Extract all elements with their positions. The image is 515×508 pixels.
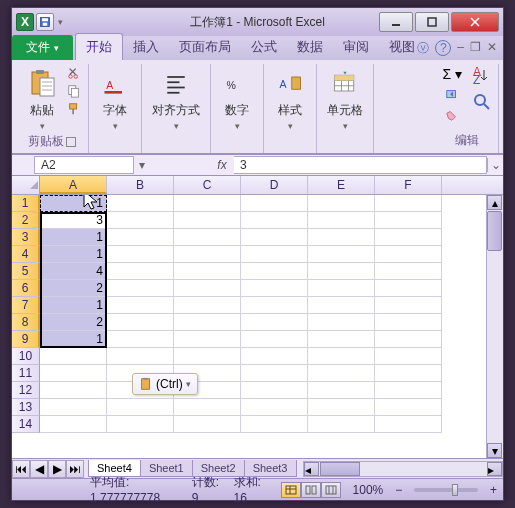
cell[interactable] [375, 365, 442, 382]
clear-icon[interactable] [444, 108, 460, 122]
cell[interactable] [375, 314, 442, 331]
horizontal-scrollbar[interactable]: ◂ ▸ [303, 461, 504, 477]
cell[interactable] [375, 246, 442, 263]
cell[interactable]: 1 [40, 331, 107, 348]
cell[interactable] [40, 382, 107, 399]
row-header[interactable]: 7 [12, 297, 40, 314]
cell[interactable] [308, 416, 375, 433]
alignment-button[interactable]: 对齐方式 ▾ [148, 66, 204, 133]
cell[interactable] [40, 348, 107, 365]
layout-tab[interactable]: 页面布局 [169, 34, 241, 60]
formulas-tab[interactable]: 公式 [241, 34, 287, 60]
find-icon[interactable] [472, 92, 492, 112]
row-header[interactable]: 14 [12, 416, 40, 433]
cell[interactable] [107, 263, 174, 280]
sheet-nav-next[interactable]: ▶ [48, 460, 66, 478]
name-box[interactable]: A2 [34, 156, 134, 174]
cell[interactable]: 4 [40, 263, 107, 280]
col-header-A[interactable]: A [40, 176, 107, 194]
cell[interactable] [308, 195, 375, 212]
cell[interactable] [375, 195, 442, 212]
col-header-C[interactable]: C [174, 176, 241, 194]
cell[interactable] [174, 229, 241, 246]
col-header-F[interactable]: F [375, 176, 442, 194]
page-break-view-button[interactable] [321, 482, 341, 498]
cell[interactable] [107, 416, 174, 433]
review-tab[interactable]: 审阅 [333, 34, 379, 60]
cell[interactable] [375, 280, 442, 297]
cell[interactable] [375, 263, 442, 280]
cell[interactable] [40, 365, 107, 382]
sheet-tab[interactable]: Sheet2 [192, 460, 245, 477]
zoom-in-button[interactable]: + [490, 483, 497, 497]
cell[interactable] [375, 212, 442, 229]
cell[interactable] [174, 399, 241, 416]
cell[interactable]: 1 [40, 229, 107, 246]
autosum-icon[interactable]: Σ ▾ [442, 66, 462, 82]
format-painter-icon[interactable] [66, 102, 82, 116]
cell[interactable] [241, 331, 308, 348]
formula-expand-icon[interactable]: ⌄ [487, 158, 503, 172]
cell[interactable] [174, 314, 241, 331]
doc-restore-icon[interactable]: ❐ [470, 40, 481, 57]
doc-minimize-icon[interactable]: – [457, 40, 464, 57]
cell[interactable] [308, 365, 375, 382]
sheet-nav-prev[interactable]: ◀ [30, 460, 48, 478]
col-header-B[interactable]: B [107, 176, 174, 194]
cell[interactable] [375, 399, 442, 416]
cell[interactable] [241, 348, 308, 365]
paste-options-popup[interactable]: (Ctrl) ▾ [132, 373, 198, 395]
cut-icon[interactable] [66, 66, 82, 80]
row-header[interactable]: 5 [12, 263, 40, 280]
row-header[interactable]: 1 [12, 195, 40, 212]
cell[interactable] [308, 280, 375, 297]
cell[interactable] [308, 348, 375, 365]
cell[interactable] [107, 314, 174, 331]
fill-icon[interactable] [444, 88, 460, 102]
number-button[interactable]: % 数字 ▾ [217, 66, 257, 133]
sheet-tab[interactable]: Sheet1 [140, 460, 193, 477]
cell[interactable] [308, 314, 375, 331]
row-header[interactable]: 8 [12, 314, 40, 331]
cell[interactable] [174, 263, 241, 280]
vertical-scrollbar[interactable]: ▴ ▾ [486, 195, 503, 458]
home-tab[interactable]: 开始 [75, 33, 123, 60]
cell[interactable] [107, 195, 174, 212]
sheet-tab[interactable]: Sheet3 [244, 460, 297, 477]
cell[interactable] [308, 382, 375, 399]
cell[interactable] [174, 348, 241, 365]
cell[interactable] [107, 212, 174, 229]
cell[interactable] [308, 399, 375, 416]
cell[interactable] [40, 416, 107, 433]
data-tab[interactable]: 数据 [287, 34, 333, 60]
row-header[interactable]: 2 [12, 212, 40, 229]
copy-icon[interactable] [66, 84, 82, 98]
cell[interactable]: 2 [40, 280, 107, 297]
cell[interactable] [107, 280, 174, 297]
maximize-button[interactable] [415, 12, 449, 32]
cell[interactable] [241, 399, 308, 416]
file-tab[interactable]: 文件▾ [12, 35, 73, 60]
cell[interactable] [375, 297, 442, 314]
font-button[interactable]: A 字体 ▾ [95, 66, 135, 133]
formula-input[interactable]: 3 [234, 156, 487, 174]
fx-button[interactable]: fx [210, 158, 234, 172]
cell[interactable] [174, 331, 241, 348]
cell[interactable] [241, 314, 308, 331]
row-header[interactable]: 12 [12, 382, 40, 399]
cell[interactable]: 1 [40, 246, 107, 263]
cell[interactable]: 1 [40, 195, 107, 212]
row-header[interactable]: 4 [12, 246, 40, 263]
cell[interactable] [375, 331, 442, 348]
styles-button[interactable]: A 样式 ▾ [270, 66, 310, 133]
row-header[interactable]: 6 [12, 280, 40, 297]
close-button[interactable] [451, 12, 499, 32]
zoom-thumb[interactable] [452, 484, 458, 496]
cell[interactable] [107, 246, 174, 263]
scroll-up-icon[interactable]: ▴ [487, 195, 502, 210]
cell[interactable] [375, 348, 442, 365]
cell[interactable] [241, 416, 308, 433]
cells-button[interactable]: 单元格 ▾ [323, 66, 367, 133]
cell[interactable] [107, 348, 174, 365]
cell[interactable] [174, 212, 241, 229]
